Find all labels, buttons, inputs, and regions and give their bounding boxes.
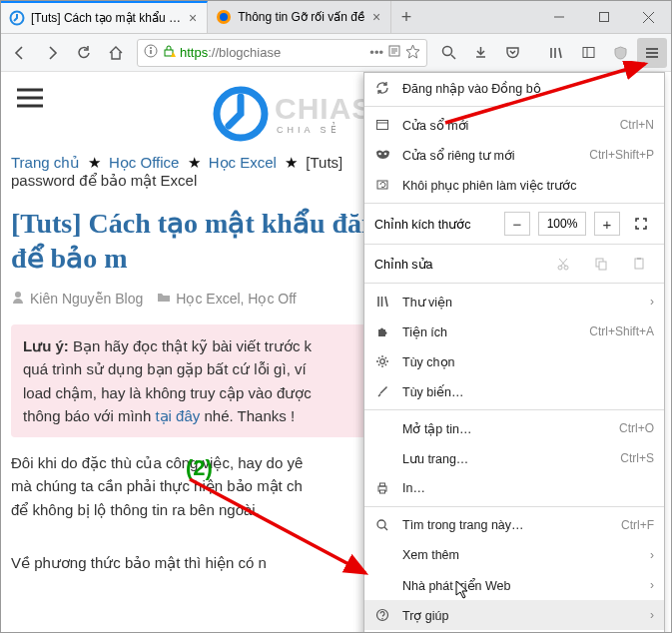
restore-icon: [374, 177, 390, 193]
library-button[interactable]: [541, 38, 571, 68]
fullscreen-button[interactable]: [628, 212, 654, 236]
svg-point-62: [377, 520, 385, 528]
tab-close-icon[interactable]: ×: [370, 9, 382, 25]
svg-line-20: [559, 48, 561, 58]
toolbar: https://blogchiase •••: [1, 34, 671, 72]
back-button[interactable]: [5, 38, 35, 68]
menu-save-page[interactable]: Lưu trang… Ctrl+S: [364, 443, 664, 473]
breadcrumb-link[interactable]: Trang chủ: [11, 154, 80, 171]
breadcrumb-current: [Tuts]: [306, 154, 342, 171]
gear-icon: [374, 353, 390, 369]
sidebar-button[interactable]: [573, 38, 603, 68]
tab-bar: [Tuts] Cách tạo mật khẩu ch × Thông tin …: [1, 1, 671, 34]
minimize-button[interactable]: [536, 1, 581, 34]
hamburger-icon: [17, 88, 43, 111]
bookmark-star-icon[interactable]: [405, 44, 420, 62]
note-text: thông báo với mình: [23, 407, 155, 424]
svg-point-32: [15, 292, 21, 298]
svg-point-49: [380, 359, 385, 364]
forward-button[interactable]: [37, 38, 67, 68]
menu-find[interactable]: Tìm trong trang này… Ctrl+F: [364, 510, 664, 540]
zoom-in-button[interactable]: +: [594, 212, 620, 236]
svg-rect-10: [165, 50, 173, 56]
edit-label: Chỉnh sửa: [374, 257, 540, 272]
shield-icon[interactable]: [605, 38, 635, 68]
menu-library[interactable]: Thư viện ›: [364, 287, 664, 316]
home-button[interactable]: [101, 38, 131, 68]
menu-private-window[interactable]: Cửa sổ riêng tư mới Ctrl+Shift+P: [364, 140, 664, 170]
zoom-level[interactable]: 100%: [538, 212, 586, 236]
menu-label: Tìm trong trang này…: [402, 518, 609, 532]
sync-icon: [374, 80, 390, 96]
category[interactable]: Học Excel, Học Off: [176, 291, 296, 307]
tab-active[interactable]: [Tuts] Cách tạo mật khẩu ch ×: [1, 1, 208, 33]
mask-icon: [374, 147, 390, 163]
menu-open-file[interactable]: Mở tập tin… Ctrl+O: [364, 413, 664, 443]
svg-rect-60: [380, 483, 385, 486]
cursor-icon: [455, 580, 471, 600]
breadcrumb-link[interactable]: Học Excel: [209, 154, 277, 171]
chevron-right-icon: ›: [650, 578, 654, 592]
paste-button[interactable]: [624, 252, 654, 276]
search-icon: [374, 517, 390, 533]
shortcut: Ctrl+N: [620, 118, 654, 132]
note-text: nhé. Thanks !: [200, 407, 295, 424]
help-icon: [374, 607, 390, 623]
reader-icon[interactable]: [387, 44, 401, 61]
new-tab-button[interactable]: +: [391, 7, 421, 28]
tab-close-icon[interactable]: ×: [187, 10, 199, 26]
menu-label: In…: [402, 481, 654, 495]
info-icon[interactable]: [144, 44, 158, 61]
menu-options[interactable]: Tùy chọn: [364, 346, 664, 376]
menu-addons[interactable]: Tiện ích Ctrl+Shift+A: [364, 316, 664, 346]
shortcut: Ctrl+Shift+A: [589, 324, 654, 338]
close-window-button[interactable]: [626, 1, 671, 34]
tab-inactive[interactable]: Thông tin Gỡ rối vấn đề ×: [208, 1, 391, 33]
menu-web-developer[interactable]: Nhà phát triển Web ›: [364, 570, 664, 600]
favicon-icon: [9, 10, 25, 26]
menu-print[interactable]: In…: [364, 473, 664, 503]
separator: [364, 203, 664, 204]
chevron-right-icon: ›: [650, 548, 654, 562]
library-icon: [374, 294, 390, 310]
maximize-button[interactable]: [581, 1, 626, 34]
note-text: load chậm, hay là không truy cập vào đượ…: [23, 384, 312, 401]
search-button[interactable]: [433, 38, 463, 68]
author[interactable]: Kiên Nguyễn Blog: [30, 291, 143, 307]
app-menu-button[interactable]: [637, 38, 667, 68]
address-bar[interactable]: https://blogchiase •••: [137, 39, 427, 67]
menu-sync[interactable]: Đăng nhập vào Đồng bộ: [364, 73, 664, 103]
breadcrumb-link[interactable]: Học Office: [109, 154, 179, 171]
tab-title: Thông tin Gỡ rối vấn đề: [238, 10, 364, 24]
menu-label: Cửa sổ riêng tư mới: [402, 148, 577, 163]
chevron-right-icon: ›: [650, 608, 654, 622]
cut-button[interactable]: [548, 252, 578, 276]
menu-customize[interactable]: Tùy biến…: [364, 376, 664, 406]
separator-icon: ★: [88, 154, 101, 171]
separator-icon: ★: [188, 154, 201, 171]
svg-point-65: [381, 618, 383, 620]
downloads-button[interactable]: [465, 38, 495, 68]
separator-icon: ★: [285, 154, 298, 171]
menu-restore-session[interactable]: Khôi phục phiên làm việc trước: [364, 170, 664, 200]
blank-icon: [374, 450, 390, 466]
menu-label: Mở tập tin…: [402, 421, 607, 436]
page-actions-icon[interactable]: •••: [369, 45, 383, 60]
zoom-out-button[interactable]: −: [504, 212, 530, 236]
reload-button[interactable]: [69, 38, 99, 68]
menu-more[interactable]: Xem thêm ›: [364, 540, 664, 570]
copy-button[interactable]: [586, 252, 616, 276]
svg-line-17: [451, 55, 455, 59]
note-link[interactable]: tại đây: [155, 407, 200, 424]
menu-help[interactable]: Trợ giúp ›: [364, 600, 664, 630]
menu-label: Thư viện: [402, 295, 638, 310]
lock-warning-icon: [162, 44, 176, 61]
menu-new-window[interactable]: Cửa sổ mới Ctrl+N: [364, 110, 664, 140]
separator: [364, 409, 664, 410]
svg-line-48: [385, 297, 387, 307]
window-controls: [536, 1, 671, 34]
svg-point-9: [150, 47, 152, 49]
menu-edit: Chỉnh sửa: [364, 248, 664, 280]
svg-point-2: [220, 13, 228, 21]
pocket-button[interactable]: [497, 38, 527, 68]
